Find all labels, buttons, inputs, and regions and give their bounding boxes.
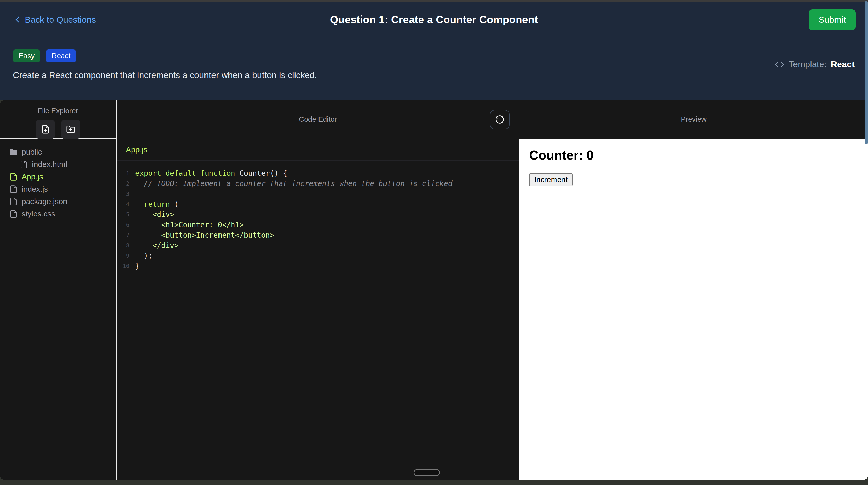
chevron-left-icon — [12, 15, 22, 25]
badges-row: Easy React — [13, 50, 855, 62]
difficulty-badge: Easy — [13, 50, 40, 62]
code-editor-panel: Code Editor App.js 1export default funct… — [117, 100, 519, 480]
rotate-ccw-icon — [495, 115, 505, 125]
page-title: Question 1: Create a Counter Component — [0, 14, 868, 26]
preview-title: Preview — [681, 115, 707, 124]
line-content: export default function Counter() { — [135, 169, 287, 177]
template-label: Template: — [788, 59, 827, 69]
question-description: Create a React component that increments… — [13, 70, 855, 80]
file-name: App.js — [22, 172, 43, 181]
file-explorer-panel: File Explorer publicindex.htmlApp.jsinde… — [0, 100, 117, 480]
line-content: ); — [135, 252, 152, 260]
code-line-9[interactable]: 9 ); — [117, 251, 519, 261]
line-number: 1 — [120, 170, 129, 176]
tech-badge: React — [46, 50, 76, 62]
code-line-10[interactable]: 10} — [117, 261, 519, 271]
line-number: 9 — [120, 253, 129, 259]
line-number: 2 — [120, 181, 129, 187]
line-content: return ( — [135, 200, 179, 208]
line-content: <h1>Counter: 0</h1> — [135, 221, 244, 229]
line-number: 6 — [120, 222, 129, 228]
line-content: // TODO: Implement a counter that increm… — [135, 180, 453, 188]
submit-button[interactable]: Submit — [809, 9, 856, 30]
line-content: <div> — [135, 210, 174, 219]
line-content: <button>Increment</button> — [135, 231, 274, 239]
code-icon — [775, 60, 784, 69]
line-number: 10 — [120, 263, 129, 269]
page-scrollbar-thumb[interactable] — [865, 1, 868, 144]
template-value: React — [831, 59, 855, 69]
code-editor-header: Code Editor — [117, 100, 519, 139]
file-name: index.js — [22, 185, 48, 194]
template-indicator: Template: React — [775, 59, 855, 69]
file-tree: publicindex.htmlApp.jsindex.jspackage.js… — [0, 139, 116, 220]
file-icon — [9, 197, 18, 206]
editor-tab-row: App.js — [117, 139, 519, 161]
preview-header: Preview — [519, 100, 868, 139]
back-button[interactable]: Back to Questions — [12, 15, 96, 25]
page-scrollbar[interactable] — [865, 0, 868, 485]
preview-body: Counter: 0 Increment — [519, 139, 868, 480]
code-line-6[interactable]: 6 <h1>Counter: 0</h1> — [117, 220, 519, 230]
code-line-2[interactable]: 2 // TODO: Implement a counter that incr… — [117, 178, 519, 189]
file-tree-item-index.js[interactable]: index.js — [0, 183, 116, 195]
back-label: Back to Questions — [25, 15, 96, 25]
file-tree-item-public[interactable]: public — [0, 146, 116, 158]
code-line-5[interactable]: 5 <div> — [117, 209, 519, 220]
active-file-tab[interactable]: App.js — [126, 146, 147, 154]
file-explorer-toolbar — [0, 120, 116, 139]
new-folder-button[interactable] — [61, 120, 81, 139]
header-bar: Back to Questions Question 1: Create a C… — [0, 2, 868, 38]
file-name: index.html — [32, 160, 67, 169]
code-line-1[interactable]: 1export default function Counter() { — [117, 168, 519, 178]
question-info-section: Easy React Create a React component that… — [0, 38, 868, 100]
editor-horizontal-scrollbar[interactable] — [414, 469, 440, 476]
file-tree-item-index.html[interactable]: index.html — [0, 158, 116, 171]
file-name: package.json — [22, 197, 67, 206]
line-content: </div> — [135, 241, 179, 250]
preview-heading: Counter: 0 — [529, 148, 858, 163]
reset-code-button[interactable] — [490, 110, 509, 129]
folder-plus-icon — [66, 125, 75, 134]
file-name: public — [22, 148, 42, 156]
line-number: 4 — [120, 201, 129, 207]
line-number: 3 — [120, 191, 129, 197]
file-plus-icon — [41, 125, 50, 134]
new-file-button[interactable] — [36, 120, 55, 139]
file-tree-item-App.js[interactable]: App.js — [0, 171, 116, 183]
line-number: 7 — [120, 232, 129, 238]
line-number: 5 — [120, 211, 129, 218]
folder-icon — [9, 148, 18, 156]
file-icon — [9, 210, 18, 218]
code-line-3[interactable]: 3 — [117, 189, 519, 199]
file-icon — [9, 173, 18, 181]
file-name: styles.css — [22, 209, 55, 218]
increment-button[interactable]: Increment — [529, 173, 573, 186]
file-explorer-title: File Explorer — [0, 107, 116, 115]
main-workspace: File Explorer publicindex.htmlApp.jsinde… — [0, 100, 868, 480]
file-explorer-header: File Explorer — [0, 100, 116, 139]
preview-panel: Preview Counter: 0 Increment — [519, 100, 868, 480]
line-number: 8 — [120, 242, 129, 249]
file-icon — [9, 185, 18, 193]
file-tree-item-package.json[interactable]: package.json — [0, 195, 116, 208]
file-icon — [20, 160, 28, 168]
code-line-7[interactable]: 7 <button>Increment</button> — [117, 230, 519, 240]
code-line-8[interactable]: 8 </div> — [117, 240, 519, 251]
code-area[interactable]: 1export default function Counter() {2 //… — [117, 161, 519, 271]
code-line-4[interactable]: 4 return ( — [117, 199, 519, 209]
file-tree-item-styles.css[interactable]: styles.css — [0, 208, 116, 220]
line-content: } — [135, 262, 140, 270]
code-lines: 1export default function Counter() {2 //… — [117, 168, 519, 271]
code-editor-title: Code Editor — [299, 115, 337, 124]
